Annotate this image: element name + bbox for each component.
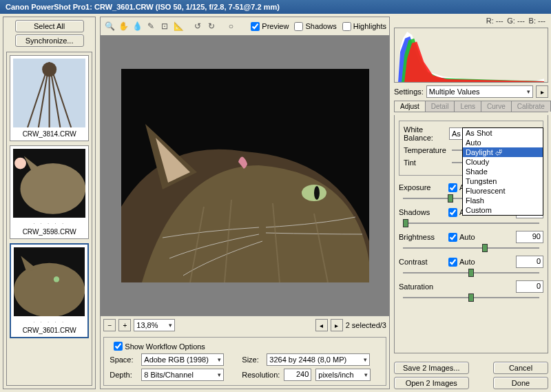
preview-area[interactable] (101, 36, 389, 316)
select-all-button[interactable]: Select All (15, 20, 84, 32)
tint-label: Tint (404, 158, 446, 167)
brightness-slider[interactable] (403, 247, 539, 249)
synchronize-button[interactable]: Synchronize... (15, 34, 84, 47)
shadows-slider[interactable] (403, 223, 539, 224)
depth-label: Depth: (110, 371, 137, 379)
space-label: Space: (110, 355, 137, 364)
contrast-label: Contrast (399, 258, 441, 266)
wb-option[interactable]: Tungsten (463, 176, 543, 186)
preview-panel: 🔍 ✋ 💧 ✎ ⊡ 📐 ↺ ↻ ○ Preview Shadows Highli… (100, 17, 390, 389)
wb-option[interactable]: Cloudy (463, 157, 543, 167)
shadows-label: Shadows (399, 208, 441, 216)
contrast-slider[interactable] (403, 272, 539, 274)
brightness-input[interactable]: 90 (516, 231, 543, 243)
zoom-out-button[interactable]: − (103, 319, 116, 331)
selection-status: 2 selected/3 (346, 321, 386, 329)
wb-option[interactable]: As Shot (463, 128, 543, 138)
preview-image (121, 69, 369, 282)
thumbnail-rating: . . . . . (14, 318, 85, 324)
wb-option[interactable]: Custom (463, 205, 543, 215)
svg-point-1 (42, 62, 56, 76)
rgb-readout: R: --- G: --- B: --- (394, 17, 548, 25)
resolution-label: Resolution: (242, 371, 280, 379)
show-workflow-checkbox[interactable]: Show Workflow Options (114, 342, 380, 351)
white-balance-dropdown[interactable]: As Shot Auto Daylight ⮰ Cloudy Shade Tun… (462, 127, 543, 216)
thumbnail-image (14, 247, 85, 316)
exposure-label: Exposure (399, 183, 441, 192)
settings-menu-button[interactable]: ▸ (536, 85, 548, 98)
zoom-in-button[interactable]: + (118, 319, 131, 331)
thumbnail-label: CRW_3814.CRW (13, 130, 85, 138)
wb-option[interactable]: Daylight ⮰ (463, 147, 543, 157)
zoom-controls: − + 13,8%▾ ◂ ▸ 2 selected/3 (101, 316, 389, 334)
brightness-auto-checkbox[interactable]: Auto (448, 233, 475, 242)
titlebar: Canon PowerShot Pro1: CRW_3601.CRW (ISO … (0, 0, 551, 14)
highlights-checkbox[interactable]: Highlights (342, 22, 386, 31)
thumbnail-item[interactable]: . . . . . CRW_3598.CRW (10, 145, 89, 239)
save-images-button[interactable]: Save 2 Images... (394, 362, 469, 374)
size-label: Size: (242, 355, 262, 364)
adjustments-panel: R: --- G: --- B: --- Settings: Multiple … (394, 17, 548, 389)
svg-point-3 (21, 163, 86, 214)
svg-point-6 (14, 263, 85, 316)
hand-tool-icon[interactable]: ✋ (117, 20, 129, 32)
settings-label: Settings: (394, 87, 424, 96)
resolution-unit-select[interactable]: pixels/inch▾ (315, 369, 371, 381)
thumbnail-item[interactable]: . . . . . CRW_3601.CRW (10, 243, 89, 338)
saturation-slider[interactable] (403, 297, 539, 298)
cancel-button[interactable]: Cancel (493, 362, 548, 374)
thumbnail-image (13, 149, 85, 218)
crop-tool-icon[interactable]: ⊡ (158, 20, 171, 32)
wb-option[interactable]: Fluorescent (463, 186, 543, 196)
contrast-auto-checkbox[interactable]: Auto (448, 258, 475, 267)
white-balance-label: White Balance: (404, 125, 446, 142)
done-button[interactable]: Done (493, 377, 548, 389)
shadows-checkbox[interactable]: Shadows (294, 22, 336, 31)
toolbar: 🔍 ✋ 💧 ✎ ⊡ 📐 ↺ ↻ ○ Preview Shadows Highli… (101, 17, 389, 36)
tab-adjust[interactable]: Adjust (394, 101, 426, 112)
white-balance-tool-icon[interactable]: 💧 (131, 20, 143, 32)
wb-option[interactable]: Auto (463, 138, 543, 147)
contrast-input[interactable]: 0 (516, 256, 543, 268)
preview-checkbox[interactable]: Preview (251, 22, 289, 31)
saturation-label: Saturation (399, 282, 441, 291)
thumbnail-rating: . . . . . (13, 219, 85, 225)
settings-select[interactable]: Multiple Values▾ (426, 85, 533, 98)
toggle-mark-icon[interactable]: ○ (225, 20, 237, 32)
color-sampler-icon[interactable]: ✎ (145, 20, 157, 32)
zoom-tool-icon[interactable]: 🔍 (103, 20, 116, 32)
thumbnail-label: CRW_3598.CRW (13, 228, 85, 236)
straighten-tool-icon[interactable]: 📐 (172, 20, 185, 32)
wb-option[interactable]: Flash (463, 196, 543, 205)
rotate-cw-icon[interactable]: ↻ (205, 20, 218, 32)
tab-lens[interactable]: Lens (454, 101, 481, 112)
tab-detail[interactable]: Detail (425, 101, 455, 112)
adjust-tab-content: White Balance: As Shot▾ Temperature Tint… (394, 115, 548, 353)
tab-curve[interactable]: Curve (481, 101, 512, 112)
histogram (394, 28, 548, 83)
svg-point-10 (314, 186, 320, 200)
resolution-input[interactable]: 240 (284, 369, 311, 381)
saturation-input[interactable]: 0 (516, 280, 543, 293)
zoom-select[interactable]: 13,8%▾ (134, 319, 175, 331)
tab-bar: Adjust Detail Lens Curve Calibrate (394, 101, 548, 112)
next-image-button[interactable]: ▸ (331, 319, 343, 331)
open-images-button[interactable]: Open 2 Images (394, 377, 469, 389)
svg-point-7 (54, 276, 59, 282)
size-select[interactable]: 3264 by 2448 (8,0 MP)▾ (267, 353, 370, 366)
tab-calibrate[interactable]: Calibrate (511, 101, 551, 112)
space-select[interactable]: Adobe RGB (1998)▾ (141, 353, 224, 366)
wb-option[interactable]: Shade (463, 167, 543, 176)
prev-image-button[interactable]: ◂ (315, 319, 328, 331)
thumbnail-item[interactable]: CRW_3814.CRW (10, 55, 89, 141)
depth-select[interactable]: 8 Bits/Channel▾ (141, 369, 224, 381)
brightness-label: Brightness (399, 233, 441, 241)
thumbnail-image (13, 59, 85, 127)
thumbnail-label: CRW_3601.CRW (14, 327, 85, 334)
temperature-label: Temperature (404, 146, 446, 154)
rotate-ccw-icon[interactable]: ↺ (191, 20, 204, 32)
svg-point-4 (14, 158, 26, 169)
workflow-options: Show Workflow Options Space: Adobe RGB (… (103, 337, 386, 386)
thumbnail-list[interactable]: CRW_3814.CRW . . . . . CRW_3598.CRW . . … (6, 52, 92, 386)
thumbnail-sidebar: Select All Synchronize... CRW_3814.CRW .… (3, 17, 96, 389)
